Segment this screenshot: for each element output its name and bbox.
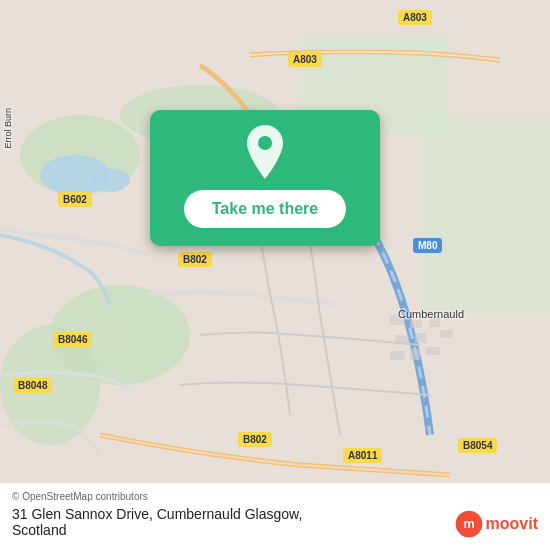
svg-text:m: m [463,517,474,531]
svg-point-18 [258,136,272,150]
map-container: A803 A803 B602 B802 B802 B8046 B8048 M80… [0,0,550,550]
place-label-errol: Errol Burn [3,108,13,149]
road-label-a8011: A8011 [343,448,382,463]
svg-rect-12 [395,335,409,344]
road-label-b8054: B8054 [458,438,497,453]
road-label-a803-top: A803 [398,10,432,25]
svg-rect-16 [410,349,420,360]
pin-icon-container [239,126,291,178]
road-label-b8048: B8048 [13,378,52,393]
road-label-b602: B602 [58,192,92,207]
moovit-text: moovit [486,515,538,533]
road-label-b802-mid: B802 [178,252,212,267]
svg-rect-17 [426,347,440,355]
map-background [0,0,550,550]
road-label-m80: M80 [413,238,442,253]
take-me-there-button[interactable]: Take me there [184,190,346,228]
svg-rect-10 [410,320,422,328]
moovit-icon: m [455,510,483,538]
road-label-a803-mid: A803 [288,52,322,67]
place-label-cumbernauld: Cumbernauld [398,308,464,320]
road-label-b8046: B8046 [53,332,92,347]
svg-rect-15 [390,351,405,360]
svg-rect-14 [440,330,453,338]
road-label-b802-btm: B802 [238,432,272,447]
copyright-text: © OpenStreetMap contributors [12,491,538,502]
svg-point-8 [90,168,130,192]
svg-rect-13 [415,333,426,343]
location-card: Take me there [150,110,380,246]
svg-rect-5 [420,115,550,315]
bottom-bar: © OpenStreetMap contributors 31 Glen San… [0,482,550,550]
moovit-logo: m moovit [455,510,538,538]
location-pin-icon [241,125,289,179]
